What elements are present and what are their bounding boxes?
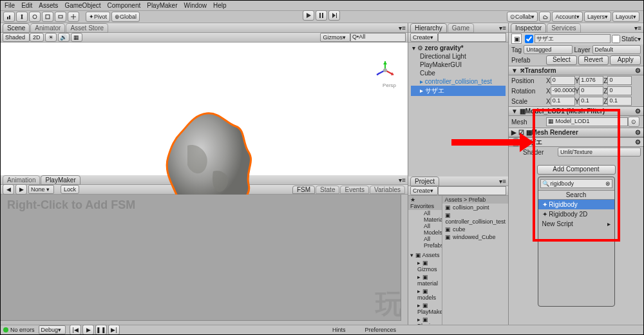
- mesh-picker[interactable]: ⊙: [628, 117, 639, 127]
- project-file[interactable]: ▣ controller_collision_test: [442, 211, 508, 225]
- tab-options-icon[interactable]: ▾≡: [399, 24, 406, 32]
- tree-item[interactable]: All Models: [408, 223, 442, 236]
- step-button[interactable]: [328, 10, 340, 21]
- scene-fx-toggle[interactable]: ▦: [71, 33, 82, 42]
- project-search[interactable]: [438, 186, 506, 195]
- pivot-toggle[interactable]: ✦ Pivot: [86, 12, 110, 22]
- hierarchy-item-selected[interactable]: ▸ サザエ: [411, 86, 506, 96]
- status-hints[interactable]: Hints: [332, 327, 346, 333]
- tag-dropdown[interactable]: Untagged: [524, 45, 572, 54]
- menu-edit[interactable]: Edit: [21, 2, 32, 9]
- status-prefs[interactable]: Preferences: [365, 327, 396, 333]
- pm-fsm-tab[interactable]: FSM: [292, 186, 315, 194]
- scene-root[interactable]: ▾ ⚙ zero gravity*: [411, 44, 506, 52]
- project-file[interactable]: ▣ collision_point: [442, 204, 508, 211]
- project-file[interactable]: ▣ cube: [442, 225, 508, 233]
- rect-tool[interactable]: [55, 12, 66, 22]
- hand-tool[interactable]: [3, 12, 15, 22]
- account-button[interactable]: Account ▾: [552, 12, 583, 22]
- pm-events-tab[interactable]: Events: [340, 186, 369, 194]
- menu-window[interactable]: Window: [184, 2, 207, 9]
- orientation-gizmo[interactable]: [374, 59, 396, 82]
- tab-hierarchy[interactable]: Hierarchy: [410, 23, 447, 33]
- tree-item[interactable]: All Materials: [408, 210, 442, 223]
- panel-options-icon[interactable]: ▾≡: [399, 177, 406, 184]
- hierarchy-search[interactable]: [438, 33, 506, 42]
- panel-options-icon[interactable]: ▾≡: [634, 24, 641, 32]
- status-play[interactable]: ▶: [82, 325, 94, 335]
- rotate-tool[interactable]: [29, 12, 41, 22]
- scene-audio-toggle[interactable]: 🔊: [58, 33, 70, 42]
- status-prev[interactable]: |◀: [70, 325, 81, 335]
- pos-y[interactable]: 1.076: [579, 76, 603, 85]
- pm-variables-tab[interactable]: Variables: [370, 186, 405, 194]
- tab-asset-store[interactable]: Asset Store: [66, 23, 108, 33]
- prefab-revert[interactable]: Revert: [578, 55, 609, 65]
- menu-playmaker[interactable]: PlayMaker: [147, 2, 177, 9]
- scl-y[interactable]: 0.1: [579, 97, 603, 106]
- tree-item[interactable]: All Prefabs: [408, 236, 442, 249]
- v-scrollbar[interactable]: [401, 195, 408, 321]
- pause-button[interactable]: [316, 10, 327, 21]
- object-active-toggle[interactable]: [525, 35, 533, 43]
- static-toggle[interactable]: [612, 35, 620, 43]
- tab-project[interactable]: Project: [410, 177, 439, 186]
- menu-component[interactable]: Component: [108, 2, 141, 9]
- pos-x[interactable]: 0: [551, 76, 575, 85]
- tab-animation[interactable]: Animation: [3, 175, 40, 185]
- assets-header[interactable]: ▾ ▣ Assets: [408, 251, 442, 259]
- layout-button[interactable]: Layout ▾: [612, 12, 639, 22]
- scene-viewport[interactable]: Persp: [1, 43, 408, 175]
- pm-fwd[interactable]: ▶: [15, 184, 27, 195]
- cloud-button[interactable]: [539, 12, 551, 22]
- menu-assets[interactable]: Assets: [39, 2, 58, 9]
- tab-playmaker[interactable]: PlayMaker: [41, 175, 80, 185]
- hierarchy-create[interactable]: Create ▾: [410, 33, 438, 42]
- hierarchy-item[interactable]: Cube: [411, 69, 506, 77]
- scale-tool[interactable]: [42, 12, 53, 22]
- prefab-apply[interactable]: Apply: [610, 55, 641, 65]
- pm-back[interactable]: ◀: [3, 184, 14, 195]
- rot-y[interactable]: 0: [579, 86, 603, 95]
- status-pause[interactable]: ❚❚: [95, 325, 107, 335]
- scene-search[interactable]: Q•All: [350, 33, 406, 42]
- move-tool[interactable]: [16, 12, 28, 22]
- transform-tool[interactable]: [68, 12, 79, 22]
- project-create[interactable]: Create ▾: [410, 186, 438, 195]
- panel-options-icon[interactable]: ▾≡: [499, 178, 506, 185]
- pos-z[interactable]: 0: [607, 76, 632, 85]
- collab-button[interactable]: ⊙ Collab ▾: [507, 12, 538, 22]
- tab-game[interactable]: Game: [448, 23, 474, 33]
- scene-light-toggle[interactable]: ☀: [45, 33, 57, 42]
- transform-header[interactable]: ▼ ⤧ Transform⚙: [509, 66, 643, 75]
- layer-dropdown[interactable]: Default: [592, 45, 641, 54]
- status-next[interactable]: ▶|: [108, 325, 120, 335]
- tab-animator[interactable]: Animator: [30, 23, 65, 33]
- menu-file[interactable]: File: [5, 2, 15, 9]
- status-debug[interactable]: Debug ▾: [39, 325, 66, 334]
- play-button[interactable]: [303, 10, 314, 21]
- pm-lock[interactable]: Lock: [61, 185, 79, 194]
- scene-gizmos-dd[interactable]: Gizmos ▾: [320, 33, 350, 42]
- menu-help[interactable]: Help: [213, 2, 227, 9]
- project-breadcrumb[interactable]: Assets > Prefab: [442, 196, 508, 204]
- hierarchy-item[interactable]: PlayMakerGUI: [411, 61, 506, 69]
- hierarchy-item[interactable]: ▸ controller_collision_test: [411, 77, 506, 86]
- hierarchy-item[interactable]: Directional Light: [411, 52, 506, 61]
- prefab-select[interactable]: Select: [546, 55, 577, 65]
- layers-button[interactable]: Layers ▾: [584, 12, 611, 22]
- favorites-header[interactable]: ★ Favorites: [408, 196, 442, 210]
- rot-z[interactable]: 0: [607, 86, 632, 95]
- pm-state-tab[interactable]: State: [316, 186, 339, 194]
- pm-target[interactable]: None ▾: [28, 185, 54, 194]
- scl-z[interactable]: 0.1: [607, 97, 632, 106]
- menu-gameobject[interactable]: GameObject: [64, 2, 100, 9]
- tree-item[interactable]: ▸ ▣ PlayMaker: [408, 302, 442, 316]
- playmaker-canvas[interactable]: Right-Click to Add FSM 玩: [1, 195, 408, 327]
- rot-x[interactable]: -90.0000: [551, 86, 575, 95]
- scene-2d[interactable]: 2D: [30, 33, 44, 42]
- tab-inspector[interactable]: Inspector: [511, 23, 546, 33]
- tab-scene[interactable]: Scene: [3, 23, 30, 33]
- panel-options-icon[interactable]: ▾≡: [499, 24, 506, 32]
- tab-services[interactable]: Services: [547, 23, 580, 33]
